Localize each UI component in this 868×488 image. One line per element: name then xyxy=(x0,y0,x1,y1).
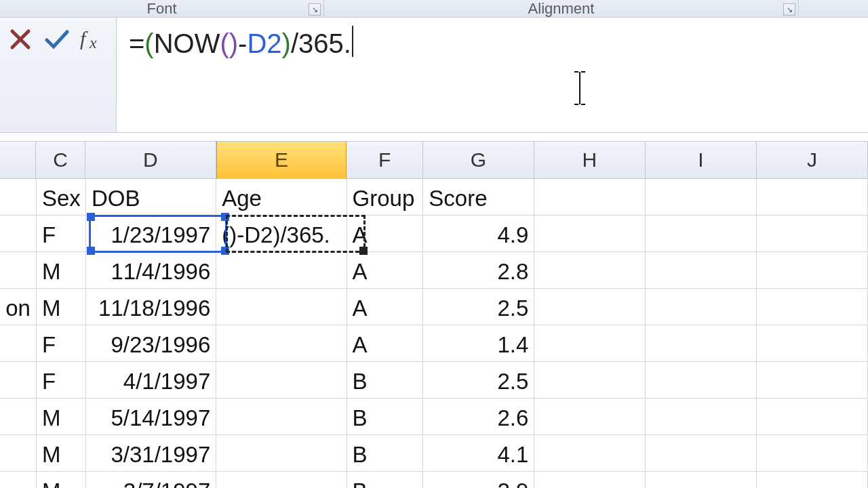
cell[interactable]: 2.5 xyxy=(423,289,534,325)
cell[interactable] xyxy=(646,325,757,362)
cell[interactable] xyxy=(757,435,868,472)
cell[interactable]: Sex xyxy=(37,179,86,216)
column-header-c[interactable]: C xyxy=(36,141,85,179)
cell[interactable] xyxy=(646,362,757,399)
cell[interactable] xyxy=(646,472,757,488)
column-header-f[interactable]: F xyxy=(347,141,423,179)
cell[interactable]: 2/7/1997 xyxy=(86,472,216,488)
cell[interactable] xyxy=(757,216,868,252)
cell[interactable]: 4/1/1997 xyxy=(86,362,216,399)
cell[interactable] xyxy=(0,362,37,399)
column-header-h[interactable]: H xyxy=(534,141,646,179)
cell[interactable]: 3/31/1997 xyxy=(86,435,216,472)
cancel-button[interactable] xyxy=(7,24,34,54)
cell[interactable]: A xyxy=(347,216,424,252)
cell[interactable] xyxy=(0,179,37,216)
alignment-dialog-launcher-icon[interactable] xyxy=(783,3,795,16)
cell[interactable] xyxy=(757,289,868,325)
cell[interactable]: A xyxy=(347,289,424,325)
cell[interactable]: 11/18/1996 xyxy=(86,289,216,325)
cell[interactable]: 2.9 xyxy=(423,472,534,488)
formula-input[interactable]: =(NOW()-D2)/365. xyxy=(117,18,868,132)
cell[interactable] xyxy=(646,179,757,216)
cell[interactable]: M xyxy=(37,435,86,472)
cell[interactable]: 11/4/1996 xyxy=(86,252,216,289)
cell[interactable] xyxy=(0,252,37,289)
formula-token: = xyxy=(129,28,144,58)
column-header-j[interactable]: J xyxy=(757,141,868,179)
cell[interactable]: B xyxy=(347,472,424,488)
cell[interactable]: 2.6 xyxy=(423,399,534,435)
cell[interactable]: Score xyxy=(423,179,534,216)
cell[interactable] xyxy=(534,179,646,216)
cell[interactable]: 4.9 xyxy=(423,216,534,252)
cell[interactable]: 4.1 xyxy=(423,435,534,472)
cell[interactable] xyxy=(757,179,868,216)
cell[interactable] xyxy=(0,435,37,472)
cell[interactable] xyxy=(646,435,757,472)
cell[interactable]: F xyxy=(37,325,86,362)
cell[interactable] xyxy=(0,216,37,252)
cell[interactable]: B xyxy=(347,362,424,399)
cell[interactable]: 2.5 xyxy=(423,362,534,399)
cell[interactable] xyxy=(534,252,646,289)
cell[interactable]: 5/14/1997 xyxy=(86,399,216,435)
cell[interactable]: 2.8 xyxy=(423,252,534,289)
cell[interactable] xyxy=(216,252,347,289)
cell[interactable]: on xyxy=(0,289,37,325)
column-header-i[interactable]: I xyxy=(646,141,757,179)
cell[interactable] xyxy=(646,252,757,289)
cell[interactable]: 1/23/1997 xyxy=(86,216,216,252)
cell[interactable] xyxy=(0,399,37,435)
insert-function-button[interactable]: f x xyxy=(80,24,107,54)
cell[interactable]: 1.4 xyxy=(423,325,534,362)
cell[interactable]: Group xyxy=(347,179,424,216)
cell[interactable]: A xyxy=(347,325,424,362)
formula-bar-controls: f x xyxy=(0,18,117,132)
cell[interactable] xyxy=(757,252,868,289)
cell[interactable] xyxy=(534,289,646,325)
cell[interactable] xyxy=(757,362,868,399)
cell[interactable] xyxy=(0,472,37,488)
cell[interactable]: F xyxy=(37,362,86,399)
column-header-blank[interactable] xyxy=(0,141,36,179)
font-dialog-launcher-icon[interactable] xyxy=(309,3,321,16)
cell[interactable] xyxy=(757,399,868,435)
cell[interactable] xyxy=(216,399,347,435)
enter-button[interactable] xyxy=(43,24,71,54)
cell[interactable] xyxy=(216,362,347,399)
cell[interactable] xyxy=(646,399,757,435)
cell[interactable]: B xyxy=(347,399,424,435)
cell[interactable] xyxy=(534,362,646,399)
svg-text:f: f xyxy=(80,28,88,49)
spreadsheet-grid[interactable]: C D E F G H I J Sex DOB Age Group Score … xyxy=(0,141,868,488)
cell[interactable]: B xyxy=(347,435,424,472)
column-header-e[interactable]: E xyxy=(216,141,347,179)
cell[interactable]: 9/23/1996 xyxy=(86,325,216,362)
cell[interactable] xyxy=(534,472,646,488)
cell[interactable] xyxy=(534,399,646,435)
cell[interactable] xyxy=(534,216,646,252)
cell[interactable]: A xyxy=(347,252,424,289)
cell[interactable] xyxy=(216,472,347,488)
cell[interactable] xyxy=(757,472,868,488)
cell[interactable] xyxy=(534,325,646,362)
cell[interactable]: DOB xyxy=(86,179,216,216)
cell[interactable] xyxy=(757,325,868,362)
cell[interactable] xyxy=(646,216,757,252)
cell[interactable]: M xyxy=(37,472,86,488)
cell[interactable]: F xyxy=(37,216,86,252)
cell[interactable] xyxy=(216,289,347,325)
cell[interactable] xyxy=(216,325,347,362)
cell[interactable] xyxy=(216,435,347,472)
cell[interactable] xyxy=(0,325,37,362)
cell[interactable]: M xyxy=(37,399,86,435)
cell[interactable]: M xyxy=(37,252,86,289)
cell[interactable]: Age xyxy=(216,179,347,216)
cell[interactable] xyxy=(646,289,757,325)
cell[interactable] xyxy=(534,435,646,472)
cell-editing[interactable]: ()-D2)/365. xyxy=(216,216,347,252)
column-header-g[interactable]: G xyxy=(423,141,534,179)
cell[interactable]: M xyxy=(37,289,86,325)
column-header-d[interactable]: D xyxy=(85,141,216,179)
